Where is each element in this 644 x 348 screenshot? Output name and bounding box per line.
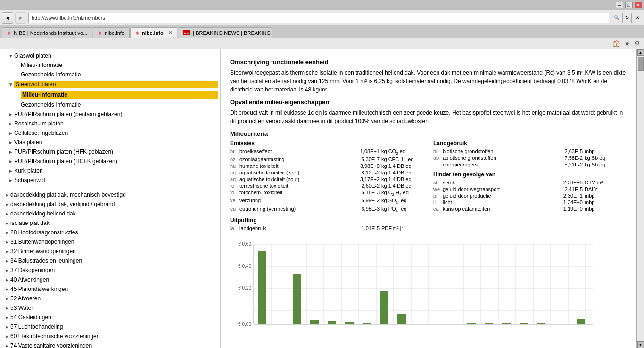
link-31[interactable]: ► 31 Buitenwandopeningen (0, 237, 220, 247)
desc-te: terrestrische toxiciteit (239, 183, 347, 189)
refresh-icon[interactable]: ↻ (622, 13, 632, 23)
link-32[interactable]: ► 32 Binnenwandopeningen (0, 247, 220, 256)
link-57[interactable]: ► 57 Luchtbehandeling (0, 322, 220, 331)
link-dak-hellend[interactable]: ► dakbedekking hellend dak (0, 209, 220, 218)
link-45[interactable]: ► 45 Plafondafwerkingen (0, 284, 220, 294)
arrow-53: ► (5, 306, 10, 311)
landgebruik-title: Landgebruik (433, 140, 627, 147)
unit-li: mbp (585, 199, 627, 205)
link-60[interactable]: ► 60 Elektrotechnische voorzieningen (0, 331, 220, 341)
arrow-60: ► (5, 334, 10, 339)
arrow-28: ► (5, 230, 10, 235)
link-isolatie-plat[interactable]: ► isolatie plat dak (0, 218, 220, 228)
unit-en: kg Sb eq (585, 162, 627, 167)
link-40[interactable]: ► 40 Afwerkingen (0, 275, 220, 284)
desc-ab: abiotische grondstoffen (443, 155, 550, 161)
desc-fo: fotochem. toxiciteit (239, 190, 347, 195)
val-pr: 2,30E+1 (550, 193, 583, 199)
star-fav-button[interactable]: ★ (624, 40, 630, 47)
code-fo: fo (230, 190, 239, 195)
unit-br: kg CO2 eq (381, 149, 424, 156)
unit-aq-zoet: kg 1,4 DB eq (381, 170, 424, 175)
arrow-54: ► (5, 315, 10, 320)
tree-item-glaswol-gezond[interactable]: Gezondheids-informatie (0, 70, 220, 79)
link-34[interactable]: ► 34 Balustrades en leuningen (0, 256, 220, 265)
maximize-button[interactable]: □ (625, 2, 633, 8)
code-oz: oz (230, 157, 239, 162)
minimize-button[interactable]: ─ (616, 2, 623, 8)
tree-item-pur-pentaan[interactable]: ► PUR/PIRschuim platen (pentaan geblazen… (0, 109, 220, 119)
emissie-row-eu: eu eutrofiëring (vermesting) 6,98E-3 kg … (230, 206, 424, 213)
label-60: 60 Elektrotechnische voorzieningen (10, 333, 218, 340)
scroll-up-button[interactable]: ▲ (637, 49, 644, 56)
code-la: la (230, 225, 239, 231)
desc-hu: humane toxiciteit (239, 163, 347, 169)
tree-item-steenwol-gezond[interactable]: Gezondheids-informatie (0, 100, 220, 109)
functional-unit-title: Omschrijving functionele eenheid (230, 58, 627, 66)
link-28[interactable]: ► 28 Hoofddraagconstructies (0, 228, 220, 237)
tab-close-icon[interactable]: ✕ (168, 30, 172, 35)
search-icon[interactable]: 🔍 (612, 13, 621, 23)
uitputting-title: Uitputting (230, 217, 424, 224)
scrollbar[interactable]: ▲ ▼ (636, 49, 644, 348)
unit-te: kg 1,4 DB eq (381, 183, 424, 189)
stop-icon[interactable]: ✕ (633, 13, 642, 23)
address-bar[interactable]: http://www.nibe.info/nl/members (28, 13, 609, 23)
desc-bi: biotische grondstoffen (443, 149, 550, 154)
val-ca: 1,19E+0 (550, 206, 583, 212)
hinder-row-ca: ca kans op calamiteiten 1,19E+0 mbp (433, 206, 627, 212)
arrow-glaswol: ▼ (8, 53, 14, 58)
forward-button[interactable]: ► (15, 12, 26, 24)
tree-item-schapenwol[interactable]: ► Schapenwol (0, 175, 220, 185)
link-54[interactable]: ► 54 Gasleidingen (0, 313, 220, 322)
back-button[interactable]: ◄ (2, 12, 13, 24)
link-dak-verlijmd[interactable]: ► dakbedekking plat dak, verlijmd / gebr… (0, 199, 220, 209)
title-bar: ─ □ ✕ (0, 0, 644, 10)
desc-aq-zoet: aquatische toxiciteit (zoet) (239, 170, 347, 175)
tab-nibe3[interactable]: ◈ nibe.info ✕ (130, 27, 177, 38)
link-53[interactable]: ► 53 Water (0, 303, 220, 313)
arrow-74: ► (5, 343, 10, 348)
tools-fav-button[interactable]: ⚙ (634, 40, 640, 47)
tree-item-glaswol-milieu[interactable]: Milieu-informatie (0, 60, 220, 70)
unit-aq-zout: kg 1,4 DB eq (381, 176, 424, 182)
home-fav-button[interactable]: 🏠 (612, 40, 620, 47)
link-74[interactable]: ► 74 Vaste sanitaire voorzieningen (0, 341, 220, 348)
label-dak-hellend: dakbedekking hellend dak (10, 210, 218, 217)
scroll-thumb[interactable] (638, 57, 644, 71)
tree-item-steenwol-milieu[interactable]: Milieu-informatie (0, 90, 220, 100)
arrow-31: ► (5, 240, 10, 245)
label-52: 52 Afvoeren (10, 295, 218, 302)
unit-pr: mbp (585, 193, 627, 199)
emissies-col: Emissies br broeikaseffect 1,08E+1 kg CO… (230, 140, 424, 232)
close-button[interactable]: ✕ (635, 2, 642, 8)
tab-nibe1[interactable]: ◈ NIBE | Nederlands Instituut vo... (2, 27, 92, 38)
unit-eu: kg PO4 eq (381, 206, 424, 213)
bar-hu (293, 274, 301, 324)
landgebruik-row-en: energiedragers 5,21E-2 kg Sb eq (433, 162, 627, 167)
tree-item-cellulose[interactable]: ► Cellulose; ingeblazen (0, 128, 220, 138)
arrow-32: ► (5, 249, 10, 254)
link-dak-mech[interactable]: ► dakbedekking plat dak, mechanisch beve… (0, 190, 220, 199)
scroll-down-button[interactable]: ▼ (637, 341, 644, 348)
tab-news[interactable]: DD | BREAKING NEWS | BREAKING ... (178, 27, 272, 38)
tree-item-resol[interactable]: ► Resolschuim platen (0, 119, 220, 128)
link-52[interactable]: ► 52 Afvoeren (0, 294, 220, 303)
tab-nibe2[interactable]: ◈ nibe.info (93, 27, 130, 38)
link-37[interactable]: ► 37 Dakopeningen (0, 265, 220, 275)
code-ve: ve (230, 198, 239, 203)
tree-item-pur-hcfk[interactable]: ► PUR/PIRschuim platen (HCFK geblazen) (0, 157, 220, 166)
svg-text:€ 0,40: € 0,40 (238, 264, 251, 269)
code-br: br (230, 149, 239, 154)
tree-item-pur-hfk[interactable]: ► PUR/PIRschuim platen (HFK geblazen) (0, 147, 220, 157)
tree-item-vlas[interactable]: ► Vlas platen (0, 138, 220, 147)
label-steenwol-milieu: Milieu-informatie (21, 91, 218, 99)
milieucriteria-title: Milieucriteria (230, 130, 627, 137)
tree-item-kurk[interactable]: ► Kurk platen (0, 166, 220, 175)
content-wrapper: ▼ Glaswol platen Milieu-informatie Gezon… (0, 49, 644, 348)
svg-text:€ 0,00: € 0,00 (238, 322, 251, 327)
bar-eu (397, 314, 406, 324)
tree-item-steenwol[interactable]: ▼ Steenwol platen (0, 79, 220, 90)
tree-item-glaswol[interactable]: ▼ Glaswol platen (0, 51, 220, 60)
label-pur-hcfk: PUR/PIRschuim platen (HCFK geblazen) (14, 158, 218, 165)
